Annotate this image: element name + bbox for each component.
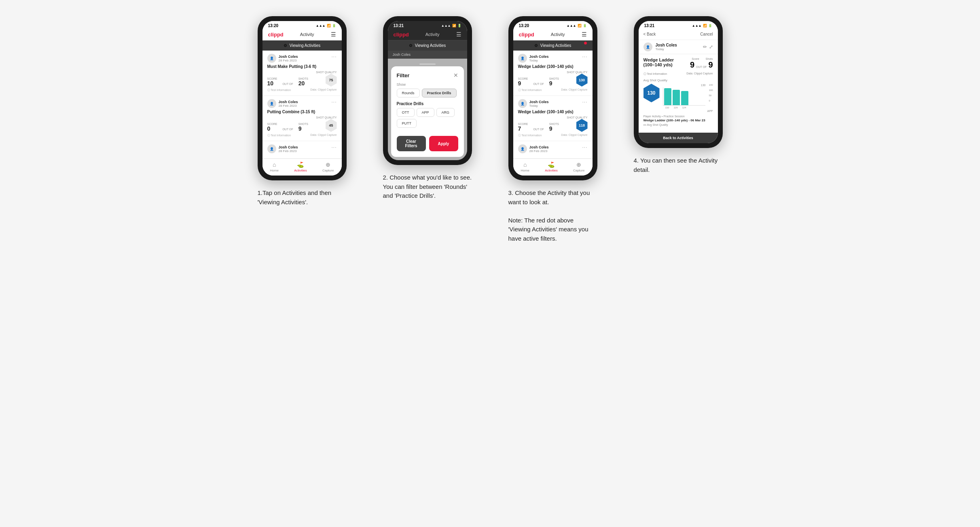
detail-user-date-4: Today: [656, 47, 700, 51]
app-label-4: APP: [643, 110, 713, 112]
shots-val-1-2: 9: [298, 125, 308, 132]
shots-group-1-2: Shots 9: [298, 123, 308, 132]
activity-title-1-2: Putting Combine (3-15 ft): [267, 110, 337, 114]
shots-big-4: 9: [708, 60, 713, 70]
footer-right-1-1: Data: Clippd Capture: [310, 88, 337, 92]
cancel-button-4[interactable]: Cancel: [700, 32, 713, 36]
user-info-3-1: Josh Coles Today: [529, 55, 549, 62]
stats-row-1-1: Score 10 OUT OF Shots 20 Shot Quality 75: [267, 71, 337, 87]
score-group-3-2: Score 7: [518, 123, 528, 132]
modal-header-2: Filter ✕: [397, 72, 458, 78]
back-button-4[interactable]: < Back: [643, 32, 656, 36]
activity-card-1-1[interactable]: 👤 Josh Coles 28 Feb 2023 ··· Must Make P…: [262, 51, 342, 96]
nav-capture-1[interactable]: ⊕ Capture: [322, 161, 334, 172]
putt-btn-2[interactable]: PUTT: [397, 119, 417, 128]
ellipsis-1-2[interactable]: ···: [331, 99, 337, 105]
score-group-3-1: Score 9: [518, 77, 528, 87]
nav-home-1[interactable]: ⌂ Home: [270, 161, 279, 172]
ott-btn-2[interactable]: OTT: [397, 108, 415, 117]
app-header-2: clippd Activity ☰: [388, 29, 467, 40]
user-info-3-3: Josh Coles 28 Feb 2023: [529, 145, 549, 153]
time-1: 13:20: [268, 23, 279, 28]
chart-container-4: 130 132 129 124: [663, 84, 706, 109]
viewing-bar-2[interactable]: ⚙ Viewing Activities: [388, 40, 467, 51]
sq-hex-1-2: 45: [326, 119, 337, 132]
menu-icon-3[interactable]: ☰: [582, 31, 587, 38]
score-val-3-2: 7: [518, 125, 528, 132]
nav-activities-3[interactable]: ⛳ Activities: [545, 161, 558, 172]
bar-3-4: [681, 91, 688, 105]
footer-left-3-1: ⓘ Test Information: [518, 88, 542, 92]
user-row-3-2: 👤 Josh Coles Today: [518, 99, 549, 108]
activity-card-3-3[interactable]: 👤 Josh Coles 28 Feb 2023 ···: [513, 141, 593, 159]
ellipsis-1-1[interactable]: ···: [331, 54, 337, 59]
capture-icon-1: ⊕: [326, 161, 330, 168]
back-to-activities-btn-4[interactable]: Back to Activities: [639, 133, 718, 143]
footer-left-1-1: ⓘ Test Information: [267, 88, 291, 92]
close-icon-2[interactable]: ✕: [453, 72, 458, 78]
activity-card-3-1[interactable]: 👤 Josh Coles Today ··· Wedge Ladder (100…: [513, 51, 593, 96]
score-group-1-1: Score 10: [267, 77, 277, 87]
status-icons-1: ▲▲▲📶🔋: [316, 24, 336, 28]
header-title-3: Activity: [551, 32, 565, 37]
footer-right-1-2: Data: Clippd Capture: [310, 133, 337, 138]
shots-val-1-1: 20: [298, 80, 308, 87]
practice-session-label-4: Player Activity • Practice Session: [643, 115, 713, 118]
menu-icon-1[interactable]: ☰: [331, 31, 336, 38]
show-label-2: Show: [397, 83, 458, 87]
activity-title-3-1: Wedge Ladder (100–140 yds): [518, 64, 588, 69]
ellipsis-3-3[interactable]: ···: [582, 144, 587, 150]
status-icons-4: ▲▲▲📶🔋: [692, 24, 712, 28]
ellipsis-3-1[interactable]: ···: [582, 54, 587, 59]
detail-title-row-4: Wedge Ladder (100–140 yds) Score Shots 9…: [643, 57, 713, 70]
activity-card-1-2[interactable]: 👤 Josh Coles 28 Feb 2023 ··· Putting Com…: [262, 96, 342, 141]
nav-home-3[interactable]: ⌂ Home: [521, 161, 529, 172]
footer-right-3-1: Data: Clippd Capture: [561, 88, 587, 92]
ellipsis-3-2[interactable]: ···: [582, 99, 587, 105]
quality-chart-row-4: 130 130 132: [643, 84, 713, 109]
nav-capture-3[interactable]: ⊕ Capture: [573, 161, 584, 172]
practice-drills-btn-2[interactable]: Practice Drills: [422, 89, 457, 97]
modal-title-2: Filter: [397, 72, 410, 78]
edit-icon-4[interactable]: ✏: [703, 44, 707, 50]
user-row-1-3: 👤 Josh Coles 28 Feb 2023: [267, 144, 298, 153]
user-name-1-1: Josh Coles: [279, 55, 298, 59]
time-3: 13:20: [519, 23, 529, 28]
user-row-1-2: 👤 Josh Coles 28 Feb 2023: [267, 99, 298, 108]
ellipsis-1-3[interactable]: ···: [331, 144, 337, 150]
card-header-1-1: 👤 Josh Coles 28 Feb 2023 ···: [267, 54, 337, 63]
sq-group-1-1: Shot Quality 75: [316, 71, 337, 87]
scroll-indicator-2: [419, 63, 436, 65]
apply-btn-2[interactable]: Apply: [429, 136, 458, 151]
viewing-bar-1[interactable]: ⚙ Viewing Activities: [262, 40, 342, 51]
clear-filters-btn-2[interactable]: Clear Filters: [397, 136, 426, 151]
arg-btn-2[interactable]: ARG: [436, 108, 455, 117]
activity-card-1-3[interactable]: 👤 Josh Coles 28 Feb 2023 ···: [262, 141, 342, 159]
rounds-btn-2[interactable]: Rounds: [397, 89, 420, 97]
shots-group-3-2: Shots 9: [549, 123, 559, 132]
chart-y-ref-4: 130: [663, 84, 706, 87]
caption-1: 1.Tap on Activities and then 'Viewing Ac…: [258, 188, 347, 207]
y-axis-4: 140 100 50 0: [709, 84, 713, 102]
card-footer-1-1: ⓘ Test Information Data: Clippd Capture: [267, 88, 337, 92]
app-btn-2[interactable]: APP: [417, 108, 434, 117]
nav-home-label-1: Home: [270, 169, 279, 172]
activity-card-3-2[interactable]: 👤 Josh Coles Today ··· Wedge Ladder (100…: [513, 96, 593, 141]
bar-2-4: [673, 90, 680, 105]
time-2: 13:21: [394, 23, 404, 28]
sq-group-3-1: Shot Quality 130: [567, 71, 587, 87]
detail-action-icons-4: ✏ ⤢: [703, 44, 713, 50]
user-row-1-1: 👤 Josh Coles 28 Feb 2023: [267, 54, 298, 63]
nav-activities-1[interactable]: ⛳ Activities: [294, 161, 307, 172]
shots-group-1-1: Shots 20: [298, 77, 308, 87]
time-4: 13:21: [644, 23, 655, 28]
footer-left-3-2: ⓘ Test Information: [518, 133, 542, 138]
viewing-bar-3[interactable]: ⚙ Viewing Activities: [513, 40, 593, 51]
caption-2: 2. Choose what you'd like to see. You ca…: [383, 173, 472, 201]
activities-icon-3: ⛳: [548, 161, 555, 168]
expand-icon-4[interactable]: ⤢: [709, 44, 713, 50]
menu-icon-2[interactable]: ☰: [456, 31, 461, 38]
detail-activity-title-4: Wedge Ladder (100–140 yds): [643, 57, 684, 67]
score-group-1-2: Score 0: [267, 123, 277, 132]
viewing-bar-text-3: Viewing Activities: [540, 43, 571, 48]
